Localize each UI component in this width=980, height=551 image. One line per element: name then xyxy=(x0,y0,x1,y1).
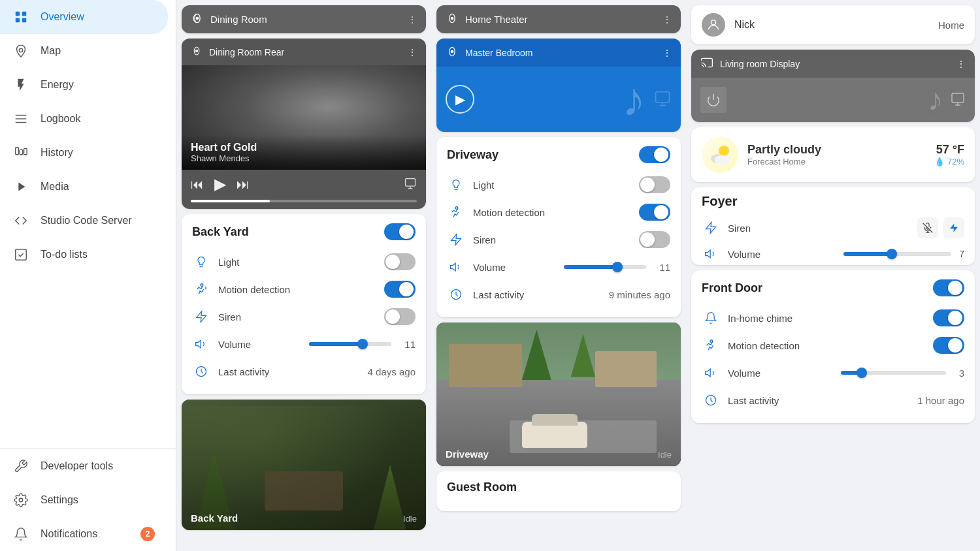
front-door-motion-row: Motion detection xyxy=(702,332,964,359)
master-bedroom-title: Master Bedroom xyxy=(465,48,656,58)
back-yard-volume-row: Volume 11 xyxy=(192,330,416,358)
driveway-light-toggle[interactable] xyxy=(639,176,670,193)
dev-icon xyxy=(13,458,29,474)
cam-back-yard-label: Back Yard xyxy=(191,512,238,524)
driveway-toggle[interactable] xyxy=(639,146,670,163)
more-lrd-icon[interactable]: ⋮ xyxy=(956,59,966,69)
sidebar-item-label: Media xyxy=(41,181,69,193)
weather-temp: 57 °F xyxy=(934,143,964,157)
queue-mb-icon[interactable] xyxy=(653,89,672,110)
volume-foyer-icon xyxy=(702,247,720,260)
sidebar-item-code[interactable]: Studio Code Server xyxy=(0,204,168,238)
front-door-motion-label: Motion detection xyxy=(728,340,925,351)
siren-mute-button[interactable] xyxy=(917,217,938,238)
light-icon xyxy=(192,253,210,271)
svg-point-22 xyxy=(451,17,453,19)
front-door-volume-value: 3 xyxy=(959,368,964,379)
sidebar-item-settings[interactable]: Settings xyxy=(0,483,168,517)
more-menu-icon[interactable]: ⋮ xyxy=(408,14,417,25)
more-mb-icon[interactable]: ⋮ xyxy=(662,48,672,58)
svg-point-12 xyxy=(19,498,23,502)
cam-back-yard-status: Idle xyxy=(403,514,417,524)
driveway-siren-toggle[interactable] xyxy=(639,231,670,248)
back-yard-siren-toggle[interactable] xyxy=(384,308,416,325)
play-button[interactable]: ▶ xyxy=(214,175,226,193)
front-door-motion-toggle[interactable] xyxy=(933,337,964,354)
sidebar-item-overview[interactable]: Overview xyxy=(0,0,168,34)
sidebar-item-label: Energy xyxy=(41,79,74,91)
more-menu-rear-icon[interactable]: ⋮ xyxy=(408,47,417,57)
humidity-icon: 💧 xyxy=(934,157,945,166)
sidebar-item-devtools[interactable]: Developer tools xyxy=(0,449,168,483)
media-thumbnail: Heart of Gold Shawn Mendes xyxy=(182,65,426,170)
driveway-cam[interactable]: Driveway Idle xyxy=(436,323,681,466)
front-door-toggle[interactable] xyxy=(933,279,964,296)
notifications-label: Notifications xyxy=(41,528,97,540)
sidebar-item-media[interactable]: Media xyxy=(0,170,168,204)
siren-flash-button[interactable] xyxy=(943,217,964,238)
guest-room-header: Guest Room xyxy=(447,480,670,494)
media-progress[interactable] xyxy=(182,197,426,209)
sidebar-item-logbook[interactable]: Logbook xyxy=(0,102,168,136)
front-door-volume-label: Volume xyxy=(728,368,833,379)
sidebar-item-label: To-do lists xyxy=(41,249,88,260)
media-controls: ⏮ ▶ ⏭ xyxy=(182,170,426,197)
back-yard-card: Back Yard Light Motion detection xyxy=(182,214,426,394)
driveway-volume-row: Volume 11 xyxy=(447,253,670,281)
logbook-icon xyxy=(13,111,29,127)
sidebar-item-notifications[interactable]: Notifications 2 xyxy=(0,517,168,551)
back-yard-volume-slider[interactable] xyxy=(309,342,392,346)
foyer-volume-row: Volume 7 xyxy=(691,243,975,265)
sidebar-item-history[interactable]: History xyxy=(0,136,168,170)
energy-icon xyxy=(13,77,29,93)
dining-room-rear-card: Dining Room Rear ⋮ Heart of Gold Shawn M… xyxy=(182,39,426,209)
foyer-volume-slider[interactable] xyxy=(843,252,951,256)
driveway-motion-label: Motion detection xyxy=(473,207,631,218)
back-yard-motion-toggle[interactable] xyxy=(384,281,416,298)
svg-rect-8 xyxy=(16,148,19,155)
svg-point-14 xyxy=(196,17,198,19)
sidebar-item-map[interactable]: Map xyxy=(0,34,168,68)
back-yard-light-toggle[interactable] xyxy=(384,253,416,270)
home-theater-header: Home Theater ⋮ xyxy=(436,5,681,33)
svg-marker-39 xyxy=(706,250,711,258)
svg-marker-19 xyxy=(196,340,201,348)
driveway-motion-toggle[interactable] xyxy=(639,204,670,221)
music-note-decoration: ♪ xyxy=(622,76,645,123)
sidebar-item-label: Studio Code Server xyxy=(41,215,132,227)
driveway-lastactivity-row: Last activity 9 minutes ago xyxy=(447,281,670,308)
driveway-lastactivity-label: Last activity xyxy=(473,289,596,300)
queue-icon[interactable] xyxy=(404,177,417,192)
front-door-volume-slider[interactable] xyxy=(841,371,946,375)
back-yard-light-label: Light xyxy=(218,257,376,268)
left-column: Dining Room ⋮ Dining Room Rear ⋮ Heart o… xyxy=(176,0,431,551)
cast-icon xyxy=(700,56,713,71)
next-button[interactable]: ⏭ xyxy=(237,177,250,192)
back-yard-toggle[interactable] xyxy=(384,223,416,240)
master-play-button[interactable]: ▶ xyxy=(446,85,474,114)
notifications-badge: 2 xyxy=(140,527,155,541)
queue-lrd-icon[interactable] xyxy=(950,91,966,109)
svg-marker-41 xyxy=(706,369,711,377)
more-ht-icon[interactable]: ⋮ xyxy=(662,14,672,25)
back-yard-volume-label: Volume xyxy=(218,339,301,350)
sidebar-item-energy[interactable]: Energy xyxy=(0,68,168,102)
main-content: Dining Room ⋮ Dining Room Rear ⋮ Heart o… xyxy=(176,0,980,551)
back-yard-title: Back Yard xyxy=(192,225,384,239)
music-note-lrd: ♪ xyxy=(928,84,943,116)
front-door-chime-toggle[interactable] xyxy=(933,309,964,326)
settings-icon xyxy=(13,492,29,508)
front-door-chime-row: In-home chime xyxy=(702,304,964,332)
chime-icon xyxy=(702,309,720,327)
driveway-siren-row: Siren xyxy=(447,226,670,253)
living-room-display-card: Living room Display ⋮ ♪ xyxy=(691,50,975,122)
back-yard-cam[interactable]: Back Yard Idle xyxy=(182,400,426,530)
svg-point-33 xyxy=(719,146,729,156)
prev-button[interactable]: ⏮ xyxy=(191,177,204,192)
driveway-volume-slider[interactable] xyxy=(564,265,647,269)
driveway-light-row: Light xyxy=(447,171,670,198)
dining-room-rear-title: Dining Room Rear xyxy=(209,47,401,57)
power-button[interactable] xyxy=(700,87,727,113)
artist-name: Shawn Mendes xyxy=(191,153,417,163)
sidebar-item-todo[interactable]: To-do lists xyxy=(0,238,168,272)
